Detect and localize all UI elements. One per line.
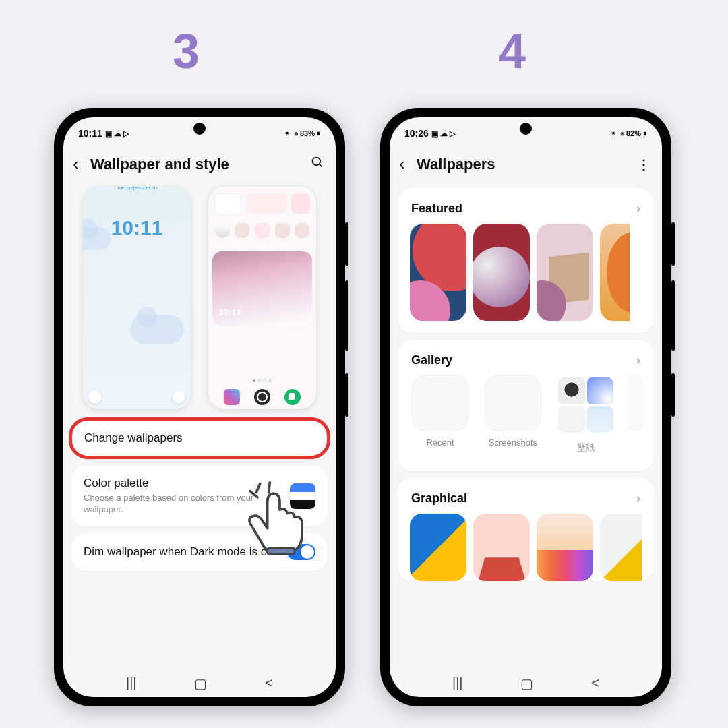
nav-recents-icon[interactable]: |||: [126, 675, 137, 692]
volume-up-button: [671, 222, 675, 266]
color-palette-row[interactable]: Color palette Choose a palette based on …: [71, 466, 328, 526]
gallery-album-screenshots[interactable]: [485, 375, 541, 431]
home-clock: 22:11: [219, 308, 241, 317]
volume-down-button: [345, 280, 348, 351]
page-header: ‹ Wallpapers ⋮: [390, 147, 662, 181]
featured-wallpaper[interactable]: [600, 224, 630, 321]
page-title: Wallpapers: [417, 156, 635, 173]
status-left-icons: ▣ ☁ ▷: [105, 129, 129, 138]
camera-shortcut-icon: [172, 390, 185, 404]
gallery-album-label: Recent: [426, 437, 454, 448]
back-icon[interactable]: ‹: [399, 154, 417, 175]
step-number-3: 3: [173, 24, 200, 79]
widget-app-icon: [291, 193, 310, 214]
widget-row: [212, 193, 312, 215]
graphical-wallpaper[interactable]: [473, 514, 530, 581]
gallery-app-icon: [224, 389, 240, 405]
chevron-right-icon[interactable]: ›: [636, 491, 640, 506]
lock-date: Tue, September 10: [83, 187, 191, 190]
page-indicator: ● ○ ○ ○: [208, 377, 316, 384]
change-wallpapers-label: Change wallpapers: [84, 431, 315, 445]
featured-wallpaper[interactable]: [410, 224, 466, 321]
page-title: Wallpaper and style: [90, 156, 309, 173]
graphical-wallpapers: [410, 514, 642, 581]
thumb-icon: [558, 377, 585, 404]
volume-down-button: [671, 280, 675, 351]
screen: 10:26 ▣ ☁ ▷ ᯤ ⊘ 82% ▮ ‹ Wallpapers ⋮ Fea…: [390, 117, 662, 697]
phone-app-icon: [284, 389, 301, 405]
status-time: 10:26: [404, 128, 429, 139]
graphical-section: Graphical ›: [398, 478, 654, 581]
change-wallpapers-row[interactable]: Change wallpapers: [69, 417, 330, 459]
app-icon: [255, 223, 270, 238]
thumb-icon: [587, 406, 614, 433]
nav-recents-icon[interactable]: |||: [452, 675, 463, 692]
app-icon: [235, 223, 249, 238]
palette-swatch-icon: [290, 483, 315, 509]
nav-home-icon[interactable]: ▢: [194, 675, 207, 692]
wallpaper-previews: 10:11 Tue, September 10: [71, 187, 328, 409]
gallery-album-label: Screenshots: [489, 437, 537, 448]
volume-up-button: [345, 222, 348, 266]
lockscreen-preview[interactable]: 10:11 Tue, September 10: [83, 187, 191, 409]
app-icon: [275, 223, 290, 238]
status-left-icons: ▣ ☁ ▷: [431, 129, 455, 138]
lock-clock: 10:11: [83, 216, 191, 239]
power-button: [671, 373, 675, 417]
back-icon[interactable]: ‹: [73, 154, 90, 175]
nav-bar: ||| ▢ <: [390, 675, 662, 692]
front-camera: [193, 123, 206, 135]
power-button: [345, 373, 348, 417]
nav-bar: ||| ▢ <: [63, 675, 336, 692]
featured-wallpaper[interactable]: [473, 224, 530, 321]
gallery-album-more[interactable]: [628, 375, 642, 431]
app-icon: [295, 223, 309, 238]
chevron-right-icon[interactable]: ›: [636, 353, 640, 367]
nav-back-icon[interactable]: <: [591, 675, 599, 692]
dim-wallpaper-toggle[interactable]: [287, 544, 315, 560]
front-camera: [520, 123, 532, 135]
screen: 10:11 ▣ ☁ ▷ ᯤ ⊘ 83% ▮ ‹ Wallpaper and st…: [63, 117, 336, 697]
color-palette-title: Color palette: [84, 477, 290, 490]
step-number-4: 4: [499, 24, 526, 79]
graphical-title: Graphical: [411, 491, 467, 506]
nav-home-icon[interactable]: ▢: [520, 675, 533, 692]
dock: [208, 389, 316, 405]
color-palette-sub: Choose a palette based on colors from yo…: [84, 493, 290, 516]
gallery-album-label: 壁紙: [577, 442, 595, 454]
widget-note-icon: [246, 193, 286, 214]
more-icon[interactable]: ⋮: [635, 156, 653, 173]
gallery-album-recent[interactable]: [413, 375, 468, 431]
phone-step-4: 10:26 ▣ ☁ ▷ ᯤ ⊘ 82% ▮ ‹ Wallpapers ⋮ Fea…: [380, 108, 671, 706]
nav-back-icon[interactable]: <: [265, 675, 273, 692]
status-time: 10:11: [78, 128, 102, 139]
settings-app-icon: [254, 389, 270, 405]
homescreen-preview[interactable]: 22:11 ● ○ ○ ○: [208, 187, 316, 409]
page-header: ‹ Wallpaper and style: [63, 147, 336, 181]
status-right-icons: ᯤ ⊘ 83% ▮: [284, 129, 321, 138]
featured-section: Featured ›: [398, 188, 654, 333]
graphical-wallpaper[interactable]: [600, 514, 642, 581]
graphical-wallpaper[interactable]: [410, 514, 466, 581]
featured-wallpaper[interactable]: [537, 224, 593, 321]
phone-step-3: 10:11 ▣ ☁ ▷ ᯤ ⊘ 83% ▮ ‹ Wallpaper and st…: [54, 108, 345, 706]
clock-widget: 22:11: [212, 251, 312, 326]
widget-calendar-icon: [214, 193, 241, 215]
svg-line-1: [320, 164, 322, 167]
svg-point-0: [313, 158, 321, 166]
dim-wallpaper-row[interactable]: Dim wallpaper when Dark mode is on: [71, 533, 328, 571]
featured-wallpapers: [410, 224, 642, 321]
search-icon[interactable]: [309, 156, 326, 173]
chevron-right-icon[interactable]: ›: [636, 202, 640, 216]
thumb-icon: [558, 406, 585, 433]
thumb-icon: [587, 377, 614, 404]
gallery-title: Gallery: [411, 353, 452, 367]
icon-row: [212, 223, 312, 238]
phone-shortcut-icon: [88, 390, 102, 404]
graphical-wallpaper[interactable]: [537, 514, 593, 581]
featured-title: Featured: [411, 202, 462, 216]
gallery-section: Gallery › Recent Screenshots: [398, 340, 654, 471]
gallery-album-wallpapers[interactable]: [556, 375, 615, 435]
gallery-albums: Recent Screenshots 壁紙: [410, 375, 642, 454]
status-right-icons: ᯤ ⊘ 82% ▮: [611, 129, 647, 138]
